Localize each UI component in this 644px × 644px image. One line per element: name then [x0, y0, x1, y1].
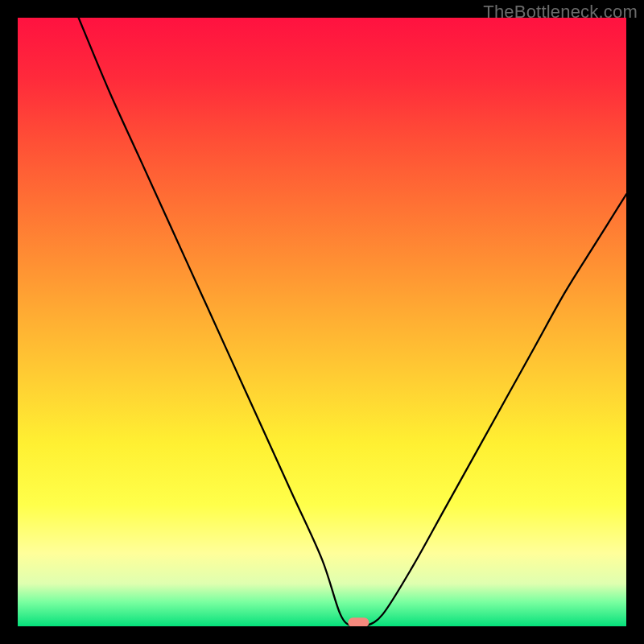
watermark-text: TheBottleneck.com — [483, 2, 638, 23]
optimal-marker — [348, 617, 369, 626]
plot-area — [18, 18, 626, 626]
bottleneck-curve — [18, 18, 626, 626]
chart-frame: TheBottleneck.com — [0, 0, 644, 644]
